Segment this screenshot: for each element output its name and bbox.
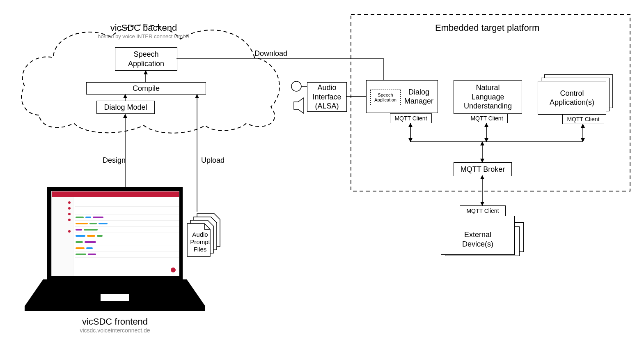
target-connectors (0, 0, 644, 339)
external-device-box: External Device(s) (441, 216, 515, 255)
architecture-diagram: vicSDC backend hosted by voice INTER con… (0, 0, 644, 339)
mqtt-client-external: MQTT Client (460, 205, 506, 216)
